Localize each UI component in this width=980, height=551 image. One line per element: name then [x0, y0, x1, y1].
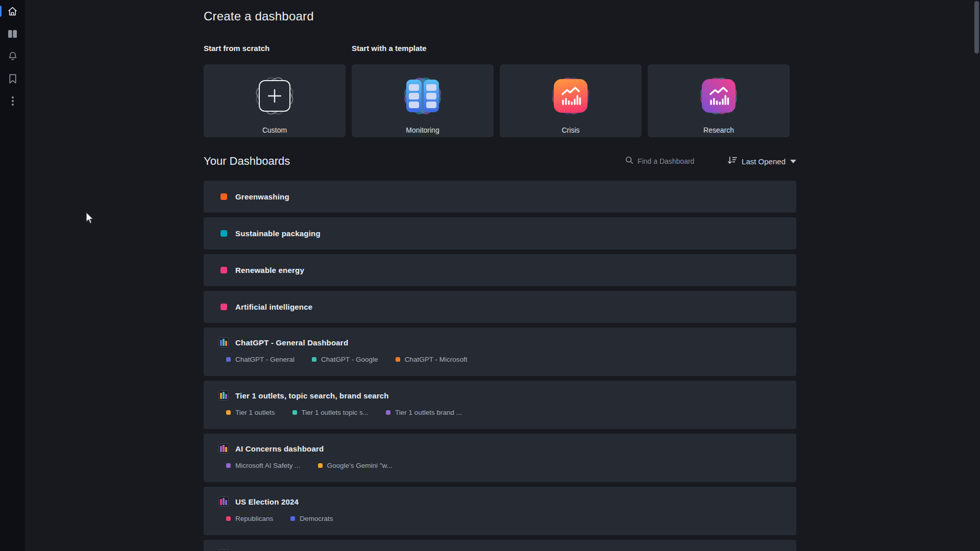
sort-icon — [727, 156, 737, 167]
dashboard-row[interactable]: Request 3: NewsWhip for Il Sole 24 Ore -… — [204, 540, 796, 551]
sub-dashboard-item[interactable]: ChatGPT - Microsoft — [396, 356, 468, 363]
dashboard-row-subs: ChatGPT - GeneralChatGPT - GoogleChatGPT… — [218, 356, 796, 363]
dashboard-row[interactable]: Artificial intelligence — [204, 291, 796, 323]
sub-dashboard-label: Tier 1 outlets brand ... — [395, 409, 462, 416]
bookmark-icon — [9, 74, 17, 84]
dashboard-row-title: US Election 2024 — [235, 497, 299, 506]
dashboard-row-title: Sustainable packaging — [235, 229, 321, 238]
start-with-template-label: Start with a template — [352, 44, 427, 53]
crisis-template-icon — [545, 70, 596, 121]
sub-dashboard-label: ChatGPT - Google — [321, 356, 378, 363]
dashboard-row[interactable]: Renewable energy — [204, 254, 796, 286]
sub-dashboard-color-dot — [292, 410, 297, 415]
home-icon — [7, 6, 18, 17]
sub-dashboard-label: ChatGPT - General — [235, 356, 295, 363]
card-custom[interactable]: Custom — [204, 64, 346, 137]
start-from-scratch-label: Start from scratch — [204, 44, 352, 53]
sub-dashboard-color-dot — [290, 516, 295, 521]
card-monitoring[interactable]: Monitoring — [352, 64, 494, 137]
dashboard-row-title: Renewable energy — [235, 266, 304, 274]
sidebar-item-notifications[interactable] — [0, 45, 25, 67]
sub-dashboard-item[interactable]: Democrats — [290, 515, 333, 522]
sub-dashboard-item[interactable]: Tier 1 outlets brand ... — [386, 409, 462, 416]
sub-dashboard-color-dot — [226, 410, 231, 415]
card-label: Monitoring — [406, 126, 439, 134]
card-crisis[interactable]: Crisis — [500, 64, 642, 137]
sort-label: Last Opened — [742, 157, 786, 166]
sub-dashboard-color-dot — [226, 357, 231, 362]
dashboard-row-title: Artificial intelligence — [235, 303, 312, 311]
sub-dashboard-label: Microsoft AI Safety ... — [235, 462, 301, 469]
section-labels: Start from scratch Start with a template — [204, 44, 427, 53]
bar-chart-icon — [218, 496, 229, 507]
card-label: Research — [703, 126, 734, 134]
sub-dashboard-color-dot — [226, 516, 231, 521]
dashboard-row[interactable]: AI Concerns dashboard Microsoft AI Safet… — [204, 434, 796, 482]
sub-dashboard-color-dot — [312, 357, 316, 362]
card-research[interactable]: Research — [648, 64, 790, 137]
dashboard-row-subs: Microsoft AI Safety ...Google's Gemini "… — [218, 462, 796, 469]
your-dashboards-heading: Your Dashboards — [204, 155, 290, 168]
page-title: Create a dashboard — [204, 9, 314, 23]
bar-chart-icon — [218, 337, 229, 347]
scrollbar-thumb[interactable] — [974, 1, 979, 54]
sidebar-item-bookmarks[interactable] — [0, 67, 25, 90]
sub-dashboard-color-dot — [396, 357, 400, 362]
sub-dashboard-item[interactable]: Microsoft AI Safety ... — [226, 462, 301, 469]
sub-dashboard-item[interactable]: Tier 1 outlets — [226, 409, 275, 416]
bar-chart-icon — [218, 443, 229, 454]
template-cards: Custom Monitoring — [204, 64, 790, 137]
bell-icon — [8, 51, 18, 61]
monitoring-template-icon — [397, 70, 448, 121]
dashboard-row-title: ChatGPT - General Dashboard — [235, 338, 348, 347]
dashboard-search[interactable] — [625, 156, 714, 166]
sub-dashboard-color-dot — [226, 463, 231, 468]
dashboard-row-title: Tier 1 outlets, topic search, brand sear… — [235, 391, 389, 400]
sub-dashboard-item[interactable]: ChatGPT - Google — [312, 356, 378, 363]
dashboard-row[interactable]: Tier 1 outlets, topic search, brand sear… — [204, 381, 796, 429]
sub-dashboard-label: Democrats — [300, 515, 333, 522]
sub-dashboard-color-dot — [386, 410, 390, 415]
sub-dashboard-color-dot — [318, 463, 323, 468]
custom-plus-icon — [249, 70, 300, 121]
dashboard-color-icon — [220, 267, 227, 273]
dashboard-row[interactable]: ChatGPT - General Dashboard ChatGPT - Ge… — [204, 328, 796, 376]
dashboard-list: Greenwashing Sustainable packaging Renew… — [204, 181, 796, 551]
dashboard-row[interactable]: US Election 2024 RepublicansDemocrats — [204, 487, 796, 535]
boards-icon — [8, 30, 17, 38]
sidebar-item-boards[interactable] — [0, 22, 25, 45]
sidebar-item-more[interactable] — [0, 90, 25, 112]
search-icon — [625, 156, 633, 166]
dashboard-color-icon — [220, 193, 227, 200]
dashboard-row-subs: RepublicansDemocrats — [218, 515, 796, 522]
sort-dropdown[interactable]: Last Opened — [727, 156, 796, 167]
sidebar-item-home[interactable] — [0, 0, 25, 22]
mouse-cursor — [83, 211, 96, 227]
dashboard-row-title: Greenwashing — [235, 192, 289, 201]
dashboard-row[interactable]: Sustainable packaging — [204, 217, 796, 249]
sub-dashboard-item[interactable]: ChatGPT - General — [226, 356, 295, 363]
dashboard-color-icon — [220, 230, 227, 237]
sub-dashboard-item[interactable]: Republicans — [226, 515, 273, 522]
search-input[interactable] — [638, 157, 714, 165]
research-template-icon — [693, 70, 744, 121]
sub-dashboard-label: Tier 1 outlets — [235, 409, 275, 416]
sub-dashboard-label: Google's Gemini "w... — [327, 462, 393, 469]
sub-dashboard-label: Tier 1 outlets topic s... — [302, 409, 369, 416]
dashboards-header: Your Dashboards — [204, 151, 796, 171]
kebab-menu-icon — [12, 96, 14, 106]
sub-dashboard-label: ChatGPT - Microsoft — [405, 356, 468, 363]
dashboard-row-subs: Tier 1 outletsTier 1 outlets topic s...T… — [218, 409, 796, 416]
card-label: Custom — [262, 126, 287, 134]
sub-dashboard-item[interactable]: Tier 1 outlets topic s... — [292, 409, 369, 416]
sub-dashboard-item[interactable]: Google's Gemini "w... — [318, 462, 393, 469]
sub-dashboard-label: Republicans — [235, 515, 273, 522]
sidebar — [0, 0, 25, 551]
dashboard-row[interactable]: Greenwashing — [204, 181, 796, 213]
dashboard-color-icon — [220, 304, 227, 310]
bar-chart-icon — [218, 390, 229, 400]
chevron-down-icon — [790, 160, 796, 163]
card-label: Crisis — [562, 126, 580, 134]
dashboard-row-title: AI Concerns dashboard — [235, 444, 324, 453]
